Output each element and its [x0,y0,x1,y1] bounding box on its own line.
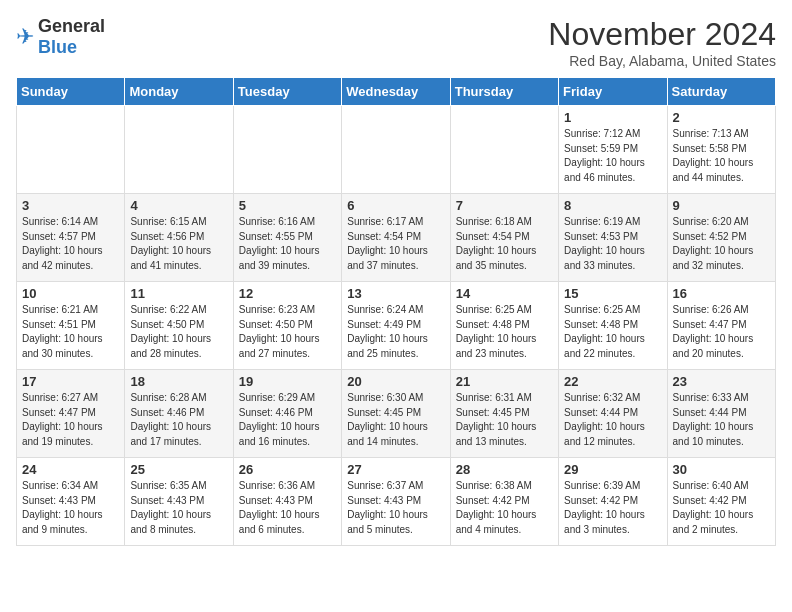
day-info: Sunrise: 6:22 AMSunset: 4:50 PMDaylight:… [130,303,227,361]
day-info: Sunrise: 6:15 AMSunset: 4:56 PMDaylight:… [130,215,227,273]
day-info: Sunrise: 6:14 AMSunset: 4:57 PMDaylight:… [22,215,119,273]
calendar-cell: 24Sunrise: 6:34 AMSunset: 4:43 PMDayligh… [17,458,125,546]
calendar-cell: 21Sunrise: 6:31 AMSunset: 4:45 PMDayligh… [450,370,558,458]
day-number: 13 [347,286,444,301]
day-number: 1 [564,110,661,125]
calendar-week-1: 1Sunrise: 7:12 AMSunset: 5:59 PMDaylight… [17,106,776,194]
day-info: Sunrise: 6:27 AMSunset: 4:47 PMDaylight:… [22,391,119,449]
day-number: 21 [456,374,553,389]
day-info: Sunrise: 6:35 AMSunset: 4:43 PMDaylight:… [130,479,227,537]
day-number: 17 [22,374,119,389]
day-info: Sunrise: 6:36 AMSunset: 4:43 PMDaylight:… [239,479,336,537]
day-info: Sunrise: 6:26 AMSunset: 4:47 PMDaylight:… [673,303,770,361]
day-number: 2 [673,110,770,125]
calendar-cell: 10Sunrise: 6:21 AMSunset: 4:51 PMDayligh… [17,282,125,370]
calendar-cell [17,106,125,194]
calendar-cell: 22Sunrise: 6:32 AMSunset: 4:44 PMDayligh… [559,370,667,458]
day-number: 25 [130,462,227,477]
day-info: Sunrise: 6:29 AMSunset: 4:46 PMDaylight:… [239,391,336,449]
logo-blue: Blue [38,37,77,57]
day-info: Sunrise: 6:30 AMSunset: 4:45 PMDaylight:… [347,391,444,449]
day-number: 26 [239,462,336,477]
day-number: 3 [22,198,119,213]
day-info: Sunrise: 6:17 AMSunset: 4:54 PMDaylight:… [347,215,444,273]
day-info: Sunrise: 6:32 AMSunset: 4:44 PMDaylight:… [564,391,661,449]
day-info: Sunrise: 6:24 AMSunset: 4:49 PMDaylight:… [347,303,444,361]
calendar-cell: 20Sunrise: 6:30 AMSunset: 4:45 PMDayligh… [342,370,450,458]
day-number: 18 [130,374,227,389]
calendar-cell: 2Sunrise: 7:13 AMSunset: 5:58 PMDaylight… [667,106,775,194]
calendar-cell: 17Sunrise: 6:27 AMSunset: 4:47 PMDayligh… [17,370,125,458]
calendar-cell: 26Sunrise: 6:36 AMSunset: 4:43 PMDayligh… [233,458,341,546]
header-day-monday: Monday [125,78,233,106]
day-number: 6 [347,198,444,213]
day-number: 10 [22,286,119,301]
day-number: 12 [239,286,336,301]
day-number: 16 [673,286,770,301]
calendar-cell: 25Sunrise: 6:35 AMSunset: 4:43 PMDayligh… [125,458,233,546]
logo: ✈ General Blue [16,16,105,58]
header-day-saturday: Saturday [667,78,775,106]
header: ✈ General Blue November 2024 Red Bay, Al… [16,16,776,69]
day-info: Sunrise: 6:40 AMSunset: 4:42 PMDaylight:… [673,479,770,537]
header-row: SundayMondayTuesdayWednesdayThursdayFrid… [17,78,776,106]
calendar-table: SundayMondayTuesdayWednesdayThursdayFrid… [16,77,776,546]
day-info: Sunrise: 6:25 AMSunset: 4:48 PMDaylight:… [564,303,661,361]
day-info: Sunrise: 6:20 AMSunset: 4:52 PMDaylight:… [673,215,770,273]
day-number: 14 [456,286,553,301]
header-day-wednesday: Wednesday [342,78,450,106]
calendar-week-5: 24Sunrise: 6:34 AMSunset: 4:43 PMDayligh… [17,458,776,546]
day-info: Sunrise: 6:38 AMSunset: 4:42 PMDaylight:… [456,479,553,537]
calendar-cell: 13Sunrise: 6:24 AMSunset: 4:49 PMDayligh… [342,282,450,370]
calendar-cell: 18Sunrise: 6:28 AMSunset: 4:46 PMDayligh… [125,370,233,458]
calendar-cell: 19Sunrise: 6:29 AMSunset: 4:46 PMDayligh… [233,370,341,458]
day-number: 29 [564,462,661,477]
calendar-cell: 16Sunrise: 6:26 AMSunset: 4:47 PMDayligh… [667,282,775,370]
day-number: 19 [239,374,336,389]
day-number: 8 [564,198,661,213]
calendar-cell: 27Sunrise: 6:37 AMSunset: 4:43 PMDayligh… [342,458,450,546]
day-number: 9 [673,198,770,213]
header-day-sunday: Sunday [17,78,125,106]
calendar-cell [450,106,558,194]
day-number: 24 [22,462,119,477]
day-info: Sunrise: 6:28 AMSunset: 4:46 PMDaylight:… [130,391,227,449]
day-number: 28 [456,462,553,477]
calendar-cell: 12Sunrise: 6:23 AMSunset: 4:50 PMDayligh… [233,282,341,370]
calendar-cell: 8Sunrise: 6:19 AMSunset: 4:53 PMDaylight… [559,194,667,282]
day-number: 22 [564,374,661,389]
calendar-week-2: 3Sunrise: 6:14 AMSunset: 4:57 PMDaylight… [17,194,776,282]
logo-general: General [38,16,105,36]
calendar-cell: 1Sunrise: 7:12 AMSunset: 5:59 PMDaylight… [559,106,667,194]
day-number: 4 [130,198,227,213]
calendar-week-4: 17Sunrise: 6:27 AMSunset: 4:47 PMDayligh… [17,370,776,458]
day-info: Sunrise: 6:19 AMSunset: 4:53 PMDaylight:… [564,215,661,273]
day-number: 7 [456,198,553,213]
day-number: 27 [347,462,444,477]
calendar-cell: 5Sunrise: 6:16 AMSunset: 4:55 PMDaylight… [233,194,341,282]
calendar-cell [233,106,341,194]
logo-bird-icon: ✈ [16,24,34,50]
calendar-cell [342,106,450,194]
calendar-cell [125,106,233,194]
day-number: 11 [130,286,227,301]
day-number: 5 [239,198,336,213]
calendar-cell: 15Sunrise: 6:25 AMSunset: 4:48 PMDayligh… [559,282,667,370]
header-day-tuesday: Tuesday [233,78,341,106]
day-info: Sunrise: 7:13 AMSunset: 5:58 PMDaylight:… [673,127,770,185]
calendar-cell: 30Sunrise: 6:40 AMSunset: 4:42 PMDayligh… [667,458,775,546]
calendar-week-3: 10Sunrise: 6:21 AMSunset: 4:51 PMDayligh… [17,282,776,370]
calendar-cell: 6Sunrise: 6:17 AMSunset: 4:54 PMDaylight… [342,194,450,282]
day-number: 30 [673,462,770,477]
subtitle: Red Bay, Alabama, United States [548,53,776,69]
calendar-cell: 9Sunrise: 6:20 AMSunset: 4:52 PMDaylight… [667,194,775,282]
calendar-cell: 7Sunrise: 6:18 AMSunset: 4:54 PMDaylight… [450,194,558,282]
day-info: Sunrise: 6:39 AMSunset: 4:42 PMDaylight:… [564,479,661,537]
day-info: Sunrise: 6:21 AMSunset: 4:51 PMDaylight:… [22,303,119,361]
header-day-thursday: Thursday [450,78,558,106]
day-info: Sunrise: 6:23 AMSunset: 4:50 PMDaylight:… [239,303,336,361]
main-title: November 2024 [548,16,776,53]
calendar-cell: 11Sunrise: 6:22 AMSunset: 4:50 PMDayligh… [125,282,233,370]
day-number: 23 [673,374,770,389]
calendar-header: SundayMondayTuesdayWednesdayThursdayFrid… [17,78,776,106]
